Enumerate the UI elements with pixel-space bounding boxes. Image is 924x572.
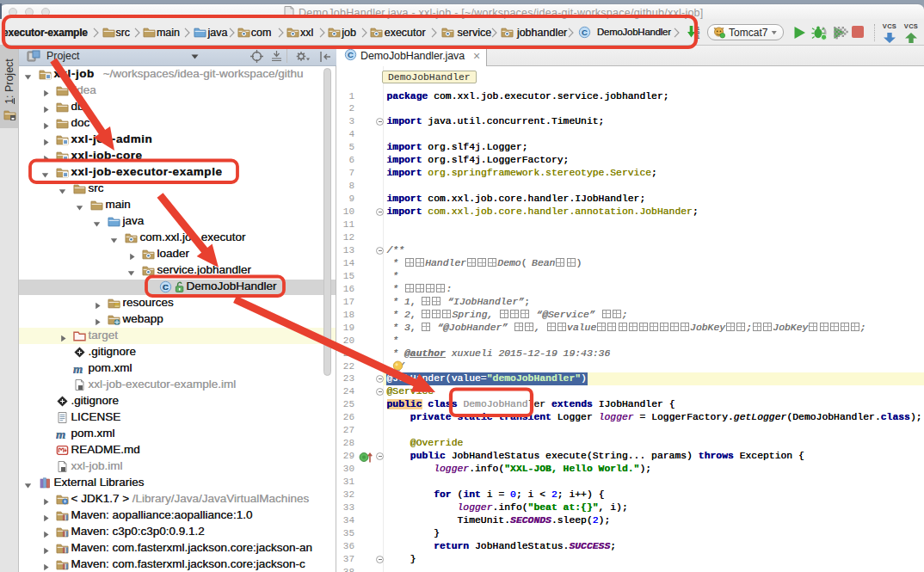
svg-text:C: C	[348, 50, 354, 59]
svg-text:m: m	[73, 362, 83, 375]
svg-text:C: C	[582, 28, 588, 37]
svg-text:C: C	[163, 282, 169, 292]
svg-text:m: m	[56, 427, 65, 440]
